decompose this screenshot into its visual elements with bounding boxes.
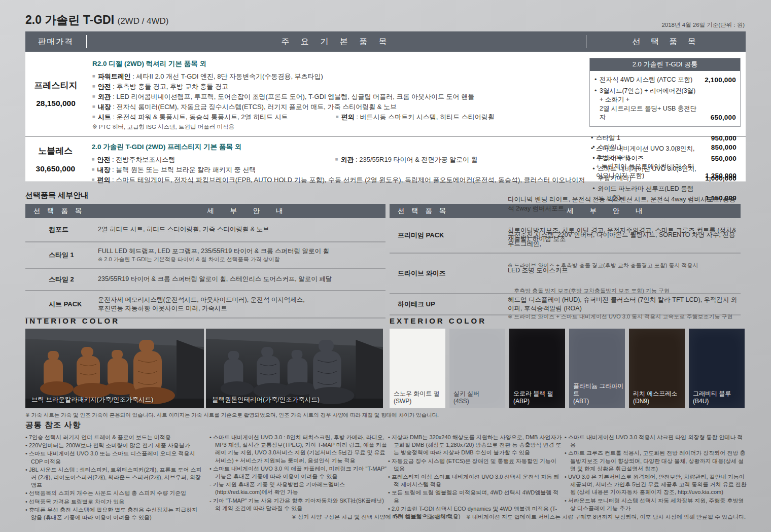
detail-row: 스타일 1 FULL LED 헤드램프, LED 포그램프, 235/55R19…: [25, 242, 386, 269]
detail-row-text: 235/55R19 타이어 & 크롬 스퍼터링 알로이 휠, 스테인리스 도어스…: [98, 275, 386, 284]
option-item: 전자식 4WD 시스템 (ATCC 포함) 2,100,000: [594, 76, 736, 85]
note-item: • 스마트 내비게이션 UVO 3.0 적용시 샤크핀 타입 외장형 통합 안테…: [565, 434, 747, 449]
header-price-col: 판매가격: [25, 37, 86, 47]
option-price: 650,000: [711, 113, 736, 122]
detail-row-text: 헤드업 디스플레이 (HUD), 슈퍼비전 클러스터 (7인치 칼라 TFT L…: [508, 296, 741, 313]
header-main-col: 주 요 기 본 품 목: [87, 37, 586, 47]
square-bullet-icon: [92, 174, 97, 185]
feature-item: 내장전자식 룸미러(ECM), 자동요금 징수시스템(ETCS), 러기지 플로…: [92, 101, 397, 112]
note-item: • 선택품목 가격은 트림별로 차이가 있음: [25, 498, 204, 506]
exterior-swatch-snow-white-pearl: 스노우 화이트 펄(SWP): [390, 329, 445, 408]
interior-footnote: ※ 가죽 시트는 가죽 및 인조 가죽이 혼용되어 있습니다. 시트 이미지는 …: [25, 412, 439, 419]
note-item: • 서라운드뷰 모니터링 시스템 선택시 자동 세차장뷰 지원, 주행중 후방영…: [565, 497, 747, 512]
square-bullet-icon: [336, 112, 341, 122]
trim-name: 노블레스: [38, 145, 73, 157]
note-item: • 선택품목의 스피커 개수는 사운드 시스템 총 스피커 수량 기준임: [25, 489, 204, 497]
feature-item: 외관LED 리어콤비네이션램프, 루프랙, 도어손잡이 조명(프론트 도어), …: [92, 91, 474, 101]
feature-item: 편의버튼시동 스마트키 시스템, 히티드 스티어링휠: [336, 112, 495, 122]
feature-item: 안전전방주차보조시스템: [92, 154, 335, 164]
option-price: 2,100,000: [705, 76, 736, 85]
square-bullet-icon: [92, 101, 98, 112]
trim-name: 프레스티지: [34, 80, 78, 91]
note-item: • 자동요금 징수 시스템 (ETCS)은 장애인 및 통행료 자동할인 기능이…: [388, 457, 562, 473]
detail-row: 스타일 2 235/55R19 타이어 & 크롬 스퍼터링 알로이 휠, 스테인…: [25, 269, 386, 291]
trim-price-cell: 노블레스 30,650,000: [25, 137, 86, 182]
interior-caption: 블랙원톤인테리어(가죽/인조가죽시트): [212, 396, 320, 404]
footer-note: ※ 내비게이션 지도 업데이트 서비스는 차량 구매후 8년까지 보장되며, 이…: [466, 513, 746, 521]
swatch-label: 스노우 화이트 펄(SWP): [394, 390, 440, 405]
detail-row-name: 스타일 1: [25, 251, 98, 260]
detail-row-name: 하이테크 UP: [390, 300, 508, 309]
square-bullet-icon: [92, 81, 98, 91]
note-item: • 스마트 내비게이션 UVO 3.0 또는 스마트 디스플레이 오디오 적용시…: [25, 450, 204, 465]
note-item: • 스마트 크루즈 컨트롤 적용시, 고도화된 전방 레이더가 장착되어 전방 …: [565, 449, 747, 473]
note-item: - 기능 지원 휴대폰 기종 및 사용방법은 기아레드멤버스(http://re…: [209, 481, 387, 496]
exterior-swatches: 스노우 화이트 펄(SWP) 실키 실버(4SS) 오로라 블랙 펄(ABP) …: [390, 329, 745, 408]
notes-column-3: • 지상파 DMB는 320x240 해상도를 지원하는 사양으로, DMB 사…: [388, 434, 562, 521]
swatch-label: 플라티늄 그라파이트(ABT): [573, 382, 625, 405]
feature-item: 안전후측방 충돌 경고, 후방 교차 충돌 경고: [92, 81, 228, 91]
trim-options-cell: 2.0 가솔린 T-GDI 공통 전자식 4WD 시스템 (ATCC 포함) 2…: [586, 52, 746, 136]
feature-item: 외관235/55R19 타이어 & 전면가공 알로이 휠: [335, 154, 478, 164]
detail-table-header: 선 택 품 목 세 부 안 내: [25, 204, 386, 218]
detail-row: 컴포트 2열 히티드 시트, 히티드 스티어링휠, 가죽 스티어링휠 & 노브: [25, 218, 386, 242]
note-item: • 프레스티지 이상 스마트 내비게이션 UVO 3.0 선택시 운전석 자동 …: [388, 473, 562, 488]
exterior-swatch-rich-espresso: 리치 에스프레소(DN9): [629, 329, 685, 408]
page-title-suffix: (2WD / 4WD): [117, 16, 168, 26]
square-bullet-icon: [335, 154, 341, 164]
note-item: - 기아 "T-MAP" 기능 사용 기간은 향후 기아자동차와 SKT社(SK…: [209, 497, 387, 512]
feature-item: 파워트레인세타II 2.0 개선 T-GDI 엔진, 8단 자동변속기(수동겸용…: [92, 71, 323, 81]
note-item: • UVO 3.0 은 기본서비스로 원격제어, 안전보안, 차량관리, 길안내…: [565, 473, 747, 496]
trim-price: 28,150,000: [36, 99, 76, 108]
square-bullet-icon: [92, 91, 98, 101]
option-details-table-right: 선 택 품 목 세 부 안 내 프리미엄 PACK 다이나믹 밴딩 라이트, 운…: [390, 204, 741, 315]
footer-note: ※ 상기 사양 구성은 차급 및 선택 사양에 따라 다르게 적용됩니다.: [292, 513, 453, 521]
date-note: 2018년 4월 26일 기준(단위 : 원): [661, 21, 745, 29]
option-item: 스타일 1 850,000: [592, 143, 737, 152]
common-options-box: 2.0 가솔린 T-GDI 공통 전자식 4WD 시스템 (ATCC 포함) 2…: [589, 58, 741, 127]
detail-row-text: 운전자세 메모리시스템(운전석시트, 아웃사이드미러), 운전석 이지억세스,후…: [98, 296, 386, 313]
option-item: 3열시트(7인승) + 리어에어컨(3열) + 소화기 + 2열 시트리모트 폴…: [594, 87, 736, 122]
feature-row: 안전전방주차보조시스템 외관235/55R19 타이어 & 전면가공 알로이 휠: [92, 154, 585, 164]
exterior-swatch-silky-silver: 실키 실버(4SS): [449, 329, 505, 408]
note-item: • 7인승 선택시 러기지 언더 트레이 & 플로어 보드는 미적용: [25, 434, 204, 441]
swatch-label: 실키 실버(4SS): [453, 390, 479, 405]
detail-row: 시트 PACK 운전자세 메모리시스템(운전석시트, 아웃사이드미러), 운전석…: [25, 291, 386, 318]
trim-footnote: ※ PTC 히터, 고급형 ISG 시스템, 트윈팁 머플러 미적용: [92, 123, 583, 131]
detail-row-name: 시트 PACK: [25, 300, 98, 309]
option-price: 550,000: [711, 154, 737, 163]
trim-row-noblesse: 노블레스 30,650,000 2.0 가솔린 T-GDI (2WD) 프레스티…: [25, 136, 746, 182]
option-item: 스타일 1 950,000: [590, 134, 737, 143]
detail-row-name: 스타일 2: [25, 275, 98, 284]
square-bullet-icon: [92, 164, 97, 174]
base-heading: R2.0 디젤 (2WD) 럭셔리 기본 품목 외: [92, 59, 583, 68]
exterior-swatch-aurora-black-pearl: 오로라 블랙 펄(ABP): [509, 329, 565, 408]
note-item: • JBL 사운드 시스템 : 센터스피커, 트위터스피커(2개), 프론트 도…: [25, 466, 204, 489]
feature-row: 외관LED 리어콤비네이션램프, 루프랙, 도어손잡이 조명(프론트 도어), …: [92, 91, 583, 101]
exterior-color-title: EXTERIOR COLOR: [390, 316, 486, 325]
detail-row-name: 프리미엄 PACK: [390, 231, 508, 240]
notes-column-4: • 스마트 내비게이션 UVO 3.0 적용시 샤크핀 타입 외장형 통합 안테…: [565, 434, 747, 513]
detail-row-name: 컴포트: [25, 225, 98, 234]
option-details-title: 선택품목 세부안내: [25, 191, 88, 200]
trim-price-cell: 프레스티지 28,150,000: [25, 52, 86, 136]
feature-row: 안전후측방 충돌 경고, 후방 교차 충돌 경고: [92, 81, 583, 91]
detail-row-text: 2열 히티드 시트, 히티드 스티어링휠, 가죽 스티어링휠 & 노브: [98, 225, 386, 234]
feature-row: 내장블랙 원톤 또는 브릭 브라운 칼라 패키지 중 선택: [92, 164, 585, 174]
header-options-col: 선 택 품 목: [586, 37, 746, 47]
price-table-header: 판매가격 주 요 기 본 품 목 선 택 품 목: [25, 31, 746, 52]
trim-options-cell: 스타일 1 850,000 드라이브 와이즈 550,000 스마트 내비게이션…: [588, 137, 746, 182]
detail-row: 하이테크 UP 헤드업 디스플레이 (HUD), 슈퍼비전 클러스터 (7인치 …: [390, 294, 741, 315]
trim-features-cell: R2.0 디젤 (2WD) 럭셔리 기본 품목 외 파워트레인세타II 2.0 …: [86, 52, 586, 136]
note-item: • 지상파 DMB는 320x240 해상도를 지원하는 사양으로, DMB 사…: [388, 434, 562, 457]
interior-photo-black-one-tone: 블랙원톤인테리어(가죽/인조가죽시트): [206, 329, 383, 408]
note-item: • 스마트 내비게이션 UVO 3.0 : 8인치 터치스크린, 후방 카메라,…: [209, 434, 387, 465]
feature-row: 파워트레인세타II 2.0 개선 T-GDI 엔진, 8단 자동변속기(수동겸용…: [92, 71, 583, 81]
detail-row-text: 차로이탈방지보조, 차로 이탈 경고, 운전자주의경고, 스마트 크루즈 컨트롤…: [508, 208, 741, 339]
option-details-table-left: 선 택 품 목 세 부 안 내 컴포트 2열 히티드 시트, 히티드 스티어링휠…: [25, 204, 386, 318]
feature-item: 내장블랙 원톤 또는 브릭 브라운 칼라 패키지 중 선택: [92, 164, 256, 174]
price-table: 판매가격 주 요 기 본 품 목 선 택 품 목 프레스티지 28,150,00…: [25, 31, 746, 182]
feature-row: 시트운전석 파워 & 통풍시트, 동승석 통풍시트, 2열 히티드 시트 편의버…: [92, 112, 583, 122]
swatch-label: 그래비티 블루(B4U): [693, 390, 731, 405]
exterior-swatch-gravity-blue: 그래비티 블루(B4U): [689, 329, 745, 408]
